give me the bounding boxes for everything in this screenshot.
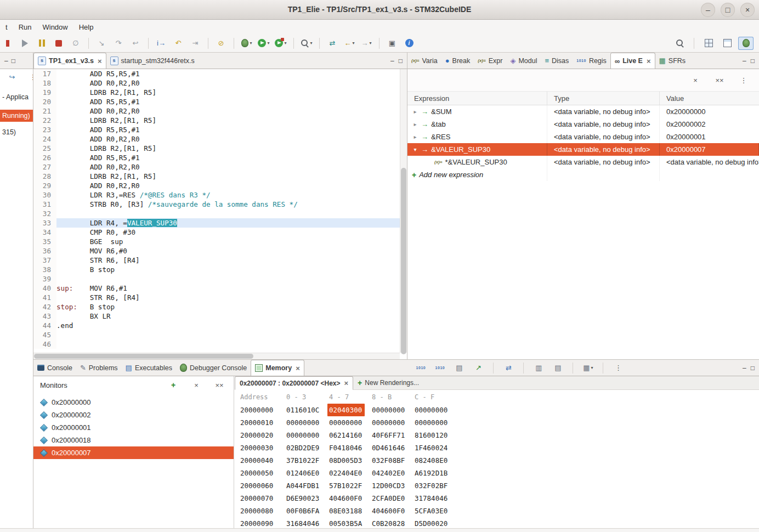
- close-icon[interactable]: ×: [98, 57, 102, 65]
- vertical-scrollbar-thumb[interactable]: [401, 168, 406, 354]
- code-text[interactable]: .end: [56, 321, 400, 330]
- maximize-view-button[interactable]: □: [399, 57, 403, 65]
- editor-horizontal-scrollbar[interactable]: [33, 353, 400, 359]
- bottom-tab[interactable]: Memory×: [251, 360, 304, 376]
- remove-terminated-button[interactable]: ↪: [4, 70, 20, 83]
- code-text[interactable]: STR R6, [R4]: [56, 293, 400, 302]
- code-text[interactable]: ADD R0,R2,R0: [56, 162, 400, 172]
- maximize-view-button[interactable]: □: [12, 57, 15, 65]
- line-number[interactable]: 36: [33, 246, 56, 256]
- line-number[interactable]: 31: [33, 200, 56, 209]
- code-text[interactable]: STRB R0, [R3] /*sauvegarde de la somme d…: [56, 200, 400, 209]
- toggle-monitors-pane-button[interactable]: ▥: [531, 361, 546, 375]
- bottom-tab[interactable]: Console: [33, 360, 76, 376]
- memory-cell[interactable]: 08E03188: [324, 505, 366, 517]
- instruction-stepping-button[interactable]: i→: [154, 37, 169, 50]
- editor-tab[interactable]: sTP1_ex1_v3.s×: [33, 53, 106, 69]
- memory-cell[interactable]: D6E90023: [281, 492, 324, 505]
- line-number[interactable]: 34: [33, 228, 56, 237]
- code-text[interactable]: ADD R0,R2,R0: [56, 106, 400, 116]
- memory-cell[interactable]: 0D461646: [366, 442, 409, 454]
- skip-all-breakpoints-button[interactable]: ⊘: [213, 37, 229, 50]
- memory-cell[interactable]: A6192D1B: [409, 467, 452, 479]
- view-menu-button[interactable]: ⋮: [736, 73, 751, 87]
- expression-row[interactable]: ▸→&RES<data variable, no debug info>0x20…: [407, 131, 759, 143]
- code-text[interactable]: CMP R0, #30: [56, 228, 400, 237]
- line-number[interactable]: 38: [33, 265, 56, 274]
- memory-cell[interactable]: 032F08BF: [366, 454, 409, 467]
- memory-cell[interactable]: 57B1022F: [324, 479, 366, 492]
- step-return-button[interactable]: ↩: [128, 37, 143, 50]
- view-tab[interactable]: ∞Live E×: [610, 53, 655, 69]
- menu-item-run[interactable]: Run: [13, 21, 37, 33]
- bottom-tab[interactable]: ✎Problems: [76, 360, 122, 376]
- memory-cell[interactable]: 08D005D3: [324, 454, 366, 467]
- last-edit-location-button[interactable]: ⇄: [325, 37, 340, 50]
- code-text[interactable]: [56, 339, 400, 349]
- view-menu-button[interactable]: ⋮: [610, 361, 626, 375]
- expander-icon[interactable]: ▸: [412, 131, 418, 143]
- expander-icon[interactable]: ▸: [412, 105, 418, 118]
- code-text[interactable]: MOV R6,#0: [56, 246, 400, 256]
- memory-cell[interactable]: 022404E0: [324, 467, 366, 479]
- close-icon[interactable]: ×: [647, 57, 651, 65]
- memory-cell[interactable]: 404600F0: [324, 492, 366, 505]
- code-text[interactable]: STR R6, [R4]: [56, 256, 400, 265]
- line-number[interactable]: 29: [33, 181, 56, 190]
- line-number[interactable]: 32: [33, 209, 56, 218]
- memory-cell[interactable]: 00F0B6FA: [281, 505, 324, 517]
- code-text[interactable]: LDR R3,=RES /*@RES dans R3 */: [56, 190, 400, 200]
- switch-memory-monitor-button[interactable]: ⇄: [501, 361, 516, 375]
- expression-row[interactable]: ▸→&tab<data variable, no debug info>0x20…: [407, 118, 759, 131]
- code-text[interactable]: [56, 330, 400, 339]
- memory-monitor-item[interactable]: 0x20000000: [33, 396, 234, 409]
- line-number[interactable]: 17: [33, 69, 56, 78]
- step-over-button[interactable]: ↷: [111, 37, 126, 50]
- maximize-view-button[interactable]: □: [751, 57, 755, 65]
- memory-cell[interactable]: 12D00CD3: [366, 479, 409, 492]
- memory-cell[interactable]: 37B1022F: [281, 454, 324, 467]
- add-expression-row[interactable]: +Add new expression: [407, 168, 759, 181]
- memory-cell[interactable]: 81600120: [409, 429, 452, 442]
- memory-cell[interactable]: 1F460024: [409, 442, 452, 454]
- memory-cell[interactable]: 06214160: [324, 429, 366, 442]
- line-number[interactable]: 40: [33, 284, 56, 293]
- menu-item-help[interactable]: Help: [73, 21, 99, 33]
- line-number[interactable]: 41: [33, 293, 56, 302]
- line-number[interactable]: 33: [33, 218, 56, 228]
- terminate-clipped-button[interactable]: [0, 37, 15, 50]
- line-number[interactable]: 28: [33, 172, 56, 181]
- code-text[interactable]: LDRB R2,[R1, R5]: [56, 116, 400, 125]
- debug-tree-item[interactable]: - Applica: [0, 91, 33, 103]
- view-menu-button[interactable]: ⋮: [25, 70, 33, 83]
- suspend-button[interactable]: [34, 37, 49, 50]
- remove-all-expressions-button[interactable]: ××: [712, 73, 727, 87]
- view-tab[interactable]: ◈Modul: [506, 53, 541, 69]
- remove-monitor-button[interactable]: ×: [189, 378, 204, 392]
- close-window-button[interactable]: ×: [740, 3, 755, 17]
- memory-cell[interactable]: 00000000: [409, 416, 452, 429]
- code-text[interactable]: ADD R0,R2,R0: [56, 134, 400, 144]
- debug-tree-item[interactable]: 315): [0, 126, 33, 138]
- cpp-perspective-button[interactable]: [720, 37, 735, 50]
- code-text[interactable]: ADD R5,R5,#1: [56, 125, 400, 134]
- memory-cell[interactable]: 02BD2DE9: [281, 442, 324, 454]
- expression-row[interactable]: (x)=*&VALEUR_SUP30<data variable, no deb…: [407, 156, 759, 168]
- line-number[interactable]: 18: [33, 78, 56, 88]
- line-number[interactable]: 42: [33, 302, 56, 312]
- open-perspective-button[interactable]: [701, 37, 716, 50]
- view-tab[interactable]: ▦SFRs: [655, 53, 690, 69]
- step-into-button[interactable]: ↘: [94, 37, 109, 50]
- code-text[interactable]: LDRB R2,[R1, R5]: [56, 144, 400, 153]
- expander-icon[interactable]: ▾: [412, 143, 418, 156]
- line-number[interactable]: 25: [33, 144, 56, 153]
- close-icon[interactable]: ×: [296, 364, 300, 372]
- memory-cell[interactable]: 00000000: [409, 404, 452, 416]
- view-tab[interactable]: (x)=Expr: [474, 53, 506, 69]
- disconnect-button[interactable]: ∅: [68, 37, 83, 50]
- memory-monitor-item[interactable]: 0x20000001: [33, 421, 234, 434]
- memory-cell[interactable]: 00000000: [281, 416, 324, 429]
- bottom-tab[interactable]: Debugger Console: [176, 360, 251, 376]
- forward-button[interactable]: →▾: [359, 37, 374, 50]
- code-text[interactable]: LDRB R2,[R1, R5]: [56, 88, 400, 97]
